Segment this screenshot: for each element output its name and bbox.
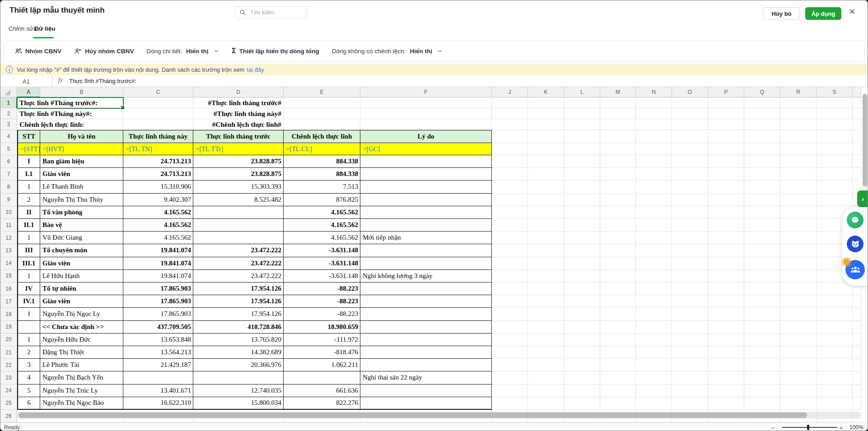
column-header-J[interactable]: J [492, 87, 528, 97]
cell-partial-19[interactable] [853, 321, 861, 334]
merge-field-3[interactable]: =[TL.TN] [123, 143, 193, 155]
cell-C18[interactable]: 17.865.903 [123, 308, 193, 320]
cell-D17[interactable]: 17.954.126 [193, 295, 284, 308]
column-header-A[interactable]: A [17, 87, 40, 97]
expand-panel-chevron-icon[interactable]: › [857, 190, 868, 207]
cell-E12[interactable]: 4.165.562 [284, 232, 360, 244]
cell-A14[interactable]: III.1 [17, 257, 40, 270]
cell-L23[interactable] [564, 371, 600, 384]
row-header-20[interactable]: 20 [0, 334, 17, 346]
cell-E19[interactable]: 18.980.659 [284, 321, 360, 334]
cell-Q22[interactable] [744, 359, 780, 371]
table-header-1[interactable]: STT [17, 130, 40, 143]
cell-S22[interactable] [817, 359, 853, 371]
cell-name-box[interactable]: A1 [0, 75, 52, 87]
cell-B6[interactable]: Ban giám hiệu [40, 155, 123, 168]
cell-J10[interactable] [492, 206, 528, 219]
column-header-F[interactable]: F [360, 87, 492, 97]
cell-R24[interactable] [780, 385, 817, 397]
cell-J23[interactable] [492, 371, 528, 384]
cell-S16[interactable] [817, 283, 853, 295]
group-cbnv-button[interactable]: Nhóm CBNV [14, 47, 61, 55]
cell-J5[interactable] [492, 143, 528, 155]
cell-B23[interactable]: Nguyễn Thị Bạch Yến [40, 371, 123, 384]
cell-partial-4[interactable] [853, 130, 861, 143]
cell-M5[interactable] [600, 143, 636, 155]
table-header-5[interactable]: Chênh lệch thực lĩnh [284, 130, 360, 143]
cell-P9[interactable] [708, 194, 744, 206]
column-header-K[interactable]: K [528, 87, 564, 97]
cell-O9[interactable] [672, 194, 708, 206]
cell-B21[interactable]: Đặng Thị Thiệt [40, 346, 123, 359]
cell-R3[interactable] [780, 119, 817, 130]
cell-F8[interactable] [360, 181, 492, 193]
cell-K12[interactable] [528, 232, 564, 244]
cell-M7[interactable] [600, 168, 636, 181]
cell-E10[interactable]: 4.165.562 [284, 206, 360, 219]
cell-Q7[interactable] [744, 168, 780, 181]
cell-K10[interactable] [528, 206, 564, 219]
cell-N9[interactable] [636, 194, 672, 206]
cell-C25[interactable]: 16.622.310 [123, 397, 193, 410]
cell-F3[interactable] [360, 119, 492, 130]
cell-E8[interactable]: 7.513 [284, 181, 360, 193]
cell-Q8[interactable] [744, 181, 780, 193]
assistant-bot-icon[interactable] [847, 236, 863, 252]
cell-O2[interactable] [672, 108, 708, 119]
no-diff-row-dropdown[interactable]: Dòng không có chênh lệch: Hiển thị [332, 48, 443, 55]
cell-N14[interactable] [636, 257, 672, 270]
tab-du-lieu[interactable]: Dữ liệu [34, 25, 56, 32]
cell-D14[interactable]: 23.472.222 [193, 257, 284, 270]
cell-K3[interactable] [528, 119, 564, 130]
cell-A8[interactable]: 1 [17, 181, 40, 193]
cell-L13[interactable] [564, 244, 600, 257]
cell-C17[interactable]: 17.865.903 [123, 295, 193, 308]
cell-M10[interactable] [600, 206, 636, 219]
cell-D10[interactable] [193, 206, 284, 219]
cell-D24[interactable]: 12.740.035 [193, 385, 284, 397]
cell-S5[interactable] [817, 143, 853, 155]
cell-K23[interactable] [528, 371, 564, 384]
cell-P13[interactable] [708, 244, 744, 257]
cell-K19[interactable] [528, 321, 564, 334]
cell-F1[interactable] [360, 97, 492, 108]
cell-F6[interactable] [360, 155, 492, 168]
search-input[interactable] [249, 9, 299, 16]
cell-P5[interactable] [708, 143, 744, 155]
cell-B22[interactable]: Lê Phước Tài [40, 359, 123, 371]
cell-Q4[interactable] [744, 130, 780, 143]
cell-N12[interactable] [636, 232, 672, 244]
row-header-13[interactable]: 13 [0, 244, 17, 257]
cell-Q15[interactable] [744, 270, 780, 283]
cell-K24[interactable] [528, 385, 564, 397]
cell-K9[interactable] [528, 194, 564, 206]
cell-E16[interactable]: -88.223 [284, 283, 360, 295]
cell-N21[interactable] [636, 346, 672, 359]
cell-B19[interactable]: << Chưa xác định >> [40, 321, 123, 334]
cell-Q12[interactable] [744, 232, 780, 244]
cell-P10[interactable] [708, 206, 744, 219]
cell-Q9[interactable] [744, 194, 780, 206]
cell-N4[interactable] [636, 130, 672, 143]
cell-S23[interactable] [817, 371, 853, 384]
cell-S17[interactable] [817, 295, 853, 308]
cell-Q14[interactable] [744, 257, 780, 270]
cell-L1[interactable] [564, 97, 600, 108]
cell-R2[interactable] [780, 108, 817, 119]
cell-P8[interactable] [708, 181, 744, 193]
cell-L2[interactable] [564, 108, 600, 119]
cell-O14[interactable] [672, 257, 708, 270]
cell-K17[interactable] [528, 295, 564, 308]
cell-partial-21[interactable] [853, 346, 861, 359]
cell-R10[interactable] [780, 206, 817, 219]
cell-F2[interactable] [360, 108, 492, 119]
cell-Q1[interactable] [744, 97, 780, 108]
cell-D8[interactable]: 15.303.393 [193, 181, 284, 193]
table-header-4[interactable]: Thực lĩnh tháng trước [193, 130, 284, 143]
cell-R15[interactable] [780, 270, 817, 283]
cell-D2[interactable]: #Thực lĩnh tháng này# [193, 108, 284, 119]
cell-D19[interactable]: 418.728.846 [193, 321, 284, 334]
cell-K21[interactable] [528, 346, 564, 359]
cell-K5[interactable] [528, 143, 564, 155]
cell-N25[interactable] [636, 397, 672, 410]
